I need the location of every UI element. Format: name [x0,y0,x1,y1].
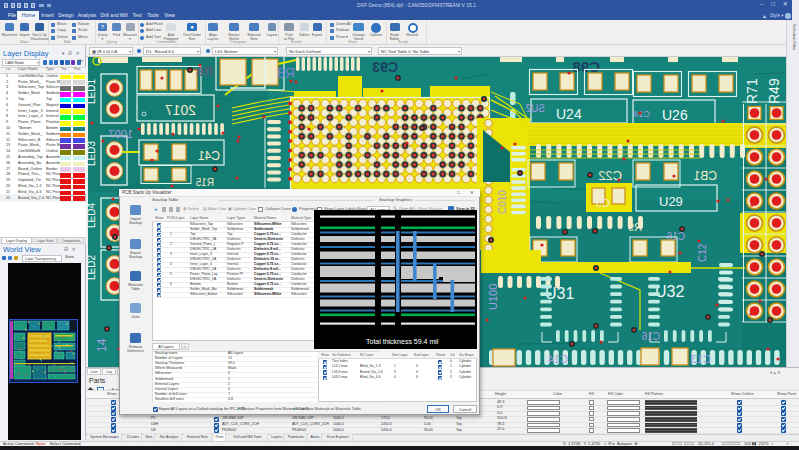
svg-text:SU2: SU2 [525,103,545,114]
svg-text:C5: C5 [596,197,610,209]
svg-text:U24: U24 [556,106,582,122]
svg-text:LED2: LED2 [88,255,97,280]
svg-text:C12: C12 [697,243,708,262]
svg-text:C93: C93 [372,59,398,75]
svg-text:C41: C41 [198,149,220,163]
svg-text:R15: R15 [195,177,214,188]
svg-text:R49: R49 [766,78,782,104]
svg-text:R71: R71 [744,78,760,104]
svg-text:R9: R9 [628,221,642,233]
svg-text:2017: 2017 [165,102,196,118]
svg-text:U100: U100 [487,284,499,310]
svg-text:R8: R8 [196,64,213,79]
svg-text:1007: 1007 [109,128,133,140]
svg-text:U26: U26 [662,107,688,123]
svg-text:R8: R8 [277,65,295,81]
svg-text:C010: C010 [497,190,508,214]
svg-text:C14: C14 [548,353,568,365]
svg-text:C14: C14 [633,109,650,119]
svg-text:Total thickness 59.4 mil: Total thickness 59.4 mil [366,338,439,345]
svg-text:CB1: CB1 [693,169,717,183]
svg-text:LED1: LED1 [88,79,97,104]
svg-text:LED4: LED4 [88,203,97,228]
svg-text:LED3: LED3 [88,141,97,166]
svg-text:U29: U29 [659,194,683,209]
svg-text:C13: C13 [691,353,711,365]
svg-text:14: 14 [95,338,109,352]
svg-text:C16: C16 [641,331,660,342]
